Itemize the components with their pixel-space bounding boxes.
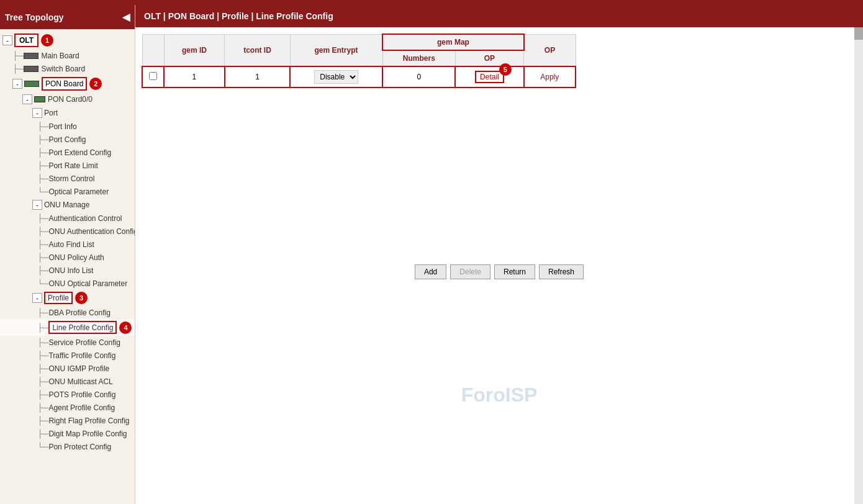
sidebar-item-port-config[interactable]: ├─ Port Config xyxy=(0,133,135,146)
apply-link[interactable]: Apply xyxy=(540,73,559,81)
sidebar-item-pon-board[interactable]: - PON Board 2 xyxy=(0,75,135,92)
optical-parameter-link[interactable]: Optical Parameter xyxy=(48,187,109,196)
gem-entrypt-select[interactable]: Disable Enable xyxy=(314,70,358,84)
badge-1: 1 xyxy=(41,34,53,47)
tree-connector-main: ├─ xyxy=(12,51,24,60)
switch-board-icon xyxy=(24,66,38,72)
sidebar-item-port-rate-limit[interactable]: ├─ Port Rate Limit xyxy=(0,159,135,172)
agent-profile-link[interactable]: Agent Profile Config xyxy=(48,403,115,412)
sidebar-item-onu-info-list[interactable]: ├─ ONU Info List xyxy=(0,264,135,277)
service-profile-link[interactable]: Service Profile Config xyxy=(48,338,120,347)
onu-manage-toggle[interactable]: - xyxy=(32,200,42,210)
sidebar-item-pon-protect[interactable]: └─ Pon Protect Config xyxy=(0,440,135,453)
return-button[interactable]: Return xyxy=(494,264,535,279)
scrollbar[interactable] xyxy=(854,27,863,504)
port-extend-config-link[interactable]: Port Extend Config xyxy=(48,148,111,157)
sidebar-item-onu-auth-config[interactable]: ├─ ONU Authentication Config xyxy=(0,225,135,238)
sidebar-section-port[interactable]: - Port xyxy=(0,106,135,120)
scrollbar-thumb[interactable] xyxy=(854,27,863,40)
th-gem-map-op: OP xyxy=(455,50,523,66)
table-row: 1 1 Disable Enable 0 xyxy=(142,66,576,88)
main-container: Tree Topology ◀ - OLT 1 ├─ Main Board ├─… xyxy=(0,5,863,504)
right-flag-profile-link[interactable]: Right Flag Profile Config xyxy=(48,416,129,425)
sidebar-item-auto-find-list[interactable]: ├─ Auto Find List xyxy=(0,238,135,251)
sidebar-item-service-profile[interactable]: ├─ Service Profile Config xyxy=(0,336,135,349)
sidebar-item-agent-profile[interactable]: ├─ Agent Profile Config xyxy=(0,401,135,414)
switch-board-label[interactable]: Switch Board xyxy=(41,65,85,73)
traffic-profile-link[interactable]: Traffic Profile Config xyxy=(48,351,115,360)
badge-4: 4 xyxy=(119,322,132,334)
sidebar: Tree Topology ◀ - OLT 1 ├─ Main Board ├─… xyxy=(0,5,135,504)
authentication-control-link[interactable]: Authentication Control xyxy=(48,214,122,223)
dba-profile-link[interactable]: DBA Profile Config xyxy=(48,308,110,317)
content-area: OLT | PON Board | Profile | Line Profile… xyxy=(135,5,863,504)
port-info-link[interactable]: Port Info xyxy=(48,122,76,131)
th-op: OP xyxy=(524,34,576,66)
row-checkbox[interactable] xyxy=(149,72,157,80)
sidebar-item-optical-parameter[interactable]: └─ Optical Parameter xyxy=(0,185,135,198)
sidebar-item-line-profile[interactable]: ├─ Line Profile Config 4 xyxy=(0,319,135,336)
sidebar-item-main-board[interactable]: ├─ Main Board xyxy=(0,49,135,62)
sidebar-item-onu-igmp-profile[interactable]: ├─ ONU IGMP Profile xyxy=(0,362,135,375)
sidebar-item-digit-map-profile[interactable]: ├─ Digit Map Profile Config xyxy=(0,427,135,440)
main-board-label[interactable]: Main Board xyxy=(41,52,79,60)
profile-toggle[interactable]: - xyxy=(32,293,42,303)
sidebar-collapse-button[interactable]: ◀ xyxy=(122,11,130,23)
line-profile-link[interactable]: Line Profile Config xyxy=(52,323,113,332)
th-checkbox xyxy=(142,34,164,66)
sidebar-header: Tree Topology ◀ xyxy=(0,5,135,29)
port-rate-limit-link[interactable]: Port Rate Limit xyxy=(48,161,97,170)
sidebar-item-port-extend-config[interactable]: ├─ Port Extend Config xyxy=(0,146,135,159)
pon-card-toggle[interactable]: - xyxy=(22,94,32,104)
add-button[interactable]: Add xyxy=(415,264,446,279)
storm-control-link[interactable]: Storm Control xyxy=(48,174,94,183)
table-container: gem ID tcont ID gem Entrypt gem Map OP N… xyxy=(135,27,863,258)
refresh-button[interactable]: Refresh xyxy=(539,264,584,279)
port-config-link[interactable]: Port Config xyxy=(48,135,86,144)
sidebar-item-right-flag-profile[interactable]: ├─ Right Flag Profile Config xyxy=(0,414,135,427)
sidebar-item-olt[interactable]: - OLT 1 xyxy=(0,32,135,49)
sidebar-item-port-info[interactable]: ├─ Port Info xyxy=(0,120,135,133)
sidebar-section-profile[interactable]: - Profile 3 xyxy=(0,290,135,306)
onu-igmp-profile-link[interactable]: ONU IGMP Profile xyxy=(48,364,109,373)
olt-toggle[interactable]: - xyxy=(2,35,12,45)
delete-button[interactable]: Delete xyxy=(450,264,490,279)
th-gem-entrypt: gem Entrypt xyxy=(290,34,382,66)
watermark-text: ForoISP xyxy=(461,384,538,407)
onu-optical-parameter-link[interactable]: ONU Optical Parameter xyxy=(48,279,127,288)
sidebar-item-traffic-profile[interactable]: ├─ Traffic Profile Config xyxy=(0,349,135,362)
th-gem-map: gem Map xyxy=(382,34,523,50)
pon-board-label[interactable]: PON Board xyxy=(42,77,87,91)
onu-auth-config-link[interactable]: ONU Authentication Config xyxy=(48,227,135,236)
sidebar-item-onu-multicast-acl[interactable]: ├─ ONU Multicast ACL xyxy=(0,375,135,388)
olt-label[interactable]: OLT xyxy=(14,34,38,47)
sidebar-item-onu-optical-parameter[interactable]: └─ ONU Optical Parameter xyxy=(0,277,135,290)
row-gem-id: 1 xyxy=(164,66,225,88)
onu-info-list-link[interactable]: ONU Info List xyxy=(48,266,93,275)
sidebar-item-switch-board[interactable]: ├─ Switch Board xyxy=(0,62,135,75)
digit-map-profile-link[interactable]: Digit Map Profile Config xyxy=(48,430,127,438)
port-toggle[interactable]: - xyxy=(32,108,42,118)
sidebar-item-authentication-control[interactable]: ├─ Authentication Control xyxy=(0,212,135,225)
sidebar-item-storm-control[interactable]: ├─ Storm Control xyxy=(0,172,135,185)
main-board-icon xyxy=(24,53,38,59)
pon-board-toggle[interactable]: - xyxy=(12,79,22,89)
pots-profile-link[interactable]: POTS Profile Config xyxy=(48,390,115,399)
onu-multicast-acl-link[interactable]: ONU Multicast ACL xyxy=(48,377,112,386)
sidebar-item-onu-policy-auth[interactable]: ├─ ONU Policy Auth xyxy=(0,251,135,264)
sidebar-item-dba-profile[interactable]: ├─ DBA Profile Config xyxy=(0,306,135,319)
content-body: gem ID tcont ID gem Entrypt gem Map OP N… xyxy=(135,27,863,504)
sidebar-section-onu-manage[interactable]: - ONU Manage xyxy=(0,198,135,212)
sidebar-content: - OLT 1 ├─ Main Board ├─ Switch Board - xyxy=(0,29,135,504)
sidebar-item-pon-card[interactable]: - PON Card0/0 xyxy=(0,92,135,106)
badge-3: 3 xyxy=(75,292,88,304)
auto-find-list-link[interactable]: Auto Find List xyxy=(48,240,94,249)
scroll-area: gem ID tcont ID gem Entrypt gem Map OP N… xyxy=(135,27,863,504)
badge-5: 5 xyxy=(499,63,512,76)
port-section-label: Port xyxy=(44,109,58,117)
pon-card-label[interactable]: PON Card0/0 xyxy=(48,95,93,104)
pon-protect-link[interactable]: Pon Protect Config xyxy=(48,443,111,451)
sidebar-item-pots-profile[interactable]: ├─ POTS Profile Config xyxy=(0,388,135,401)
onu-policy-auth-link[interactable]: ONU Policy Auth xyxy=(48,253,104,262)
watermark-container: ForoISP xyxy=(135,286,863,504)
